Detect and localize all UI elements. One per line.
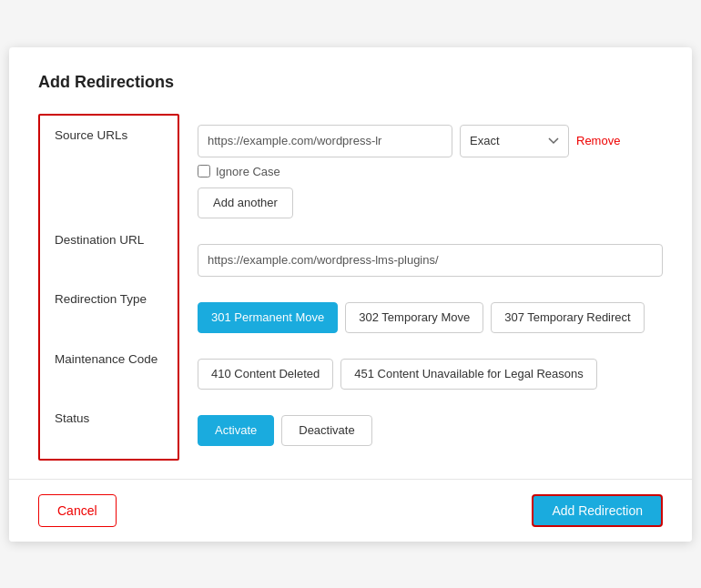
source-urls-section: Exact Regex Contains Remove Ignore Case …	[179, 114, 663, 233]
redirection-type-section: 301 Permanent Move 302 Temporary Move 30…	[179, 291, 663, 348]
label-column: Source URLs Destination URL Redirection …	[38, 114, 179, 461]
type-btn-302[interactable]: 302 Temporary Move	[345, 302, 483, 333]
activate-button[interactable]: Activate	[198, 415, 274, 446]
modal-title: Add Redirections	[38, 73, 663, 92]
maintenance-code-section: 410 Content Deleted 451 Content Unavaila…	[179, 348, 663, 404]
ignore-case-checkbox[interactable]	[198, 165, 210, 177]
type-btn-307[interactable]: 307 Temporary Redirect	[491, 302, 645, 333]
add-redirections-modal: Add Redirections Source URLs Destination…	[9, 47, 692, 542]
redirection-type-buttons: 301 Permanent Move 302 Temporary Move 30…	[198, 302, 663, 333]
destination-url-section	[179, 233, 663, 291]
status-buttons: Activate Deactivate	[198, 415, 663, 446]
source-url-input[interactable]	[198, 125, 452, 157]
cancel-button[interactable]: Cancel	[38, 494, 117, 527]
redirection-type-label: Redirection Type	[40, 279, 178, 340]
add-another-button[interactable]: Add another	[198, 188, 293, 218]
deactivate-button[interactable]: Deactivate	[281, 415, 371, 446]
form-layout: Source URLs Destination URL Redirection …	[38, 114, 663, 461]
destination-url-input[interactable]	[198, 244, 663, 277]
match-type-select[interactable]: Exact Regex Contains	[460, 125, 569, 157]
maint-btn-451[interactable]: 451 Content Unavailable for Legal Reason…	[340, 359, 597, 390]
ignore-case-row: Ignore Case	[198, 165, 663, 178]
ignore-case-label: Ignore Case	[216, 165, 280, 178]
source-url-row: Exact Regex Contains Remove	[198, 125, 663, 157]
modal-body: Add Redirections Source URLs Destination…	[9, 47, 692, 479]
type-btn-301[interactable]: 301 Permanent Move	[198, 302, 338, 333]
field-column: Exact Regex Contains Remove Ignore Case …	[179, 114, 663, 461]
add-redirection-button[interactable]: Add Redirection	[532, 494, 663, 527]
maintenance-code-buttons: 410 Content Deleted 451 Content Unavaila…	[198, 359, 663, 390]
status-section: Activate Deactivate	[179, 404, 663, 461]
remove-link[interactable]: Remove	[576, 134, 620, 147]
destination-url-label: Destination URL	[40, 220, 178, 280]
status-label: Status	[40, 399, 178, 459]
modal-footer: Cancel Add Redirection	[9, 479, 692, 542]
source-urls-label: Source URLs	[40, 116, 178, 220]
maint-btn-410[interactable]: 410 Content Deleted	[198, 359, 333, 390]
maintenance-code-label: Maintenance Code	[40, 340, 178, 400]
